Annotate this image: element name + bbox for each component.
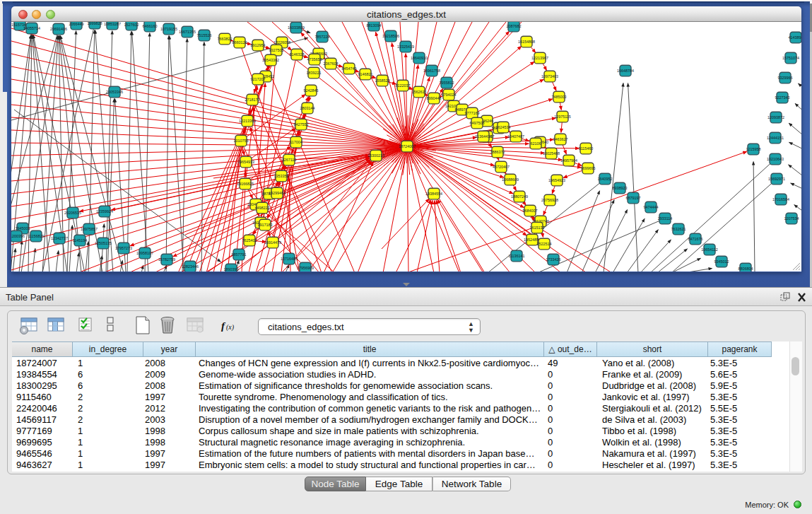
svg-text:18724007: 18724007 xyxy=(399,144,416,148)
svg-text:16961758: 16961758 xyxy=(423,69,440,73)
svg-text:8806804: 8806804 xyxy=(739,267,753,271)
svg-text:1733426: 1733426 xyxy=(546,257,561,262)
svg-text:15751074: 15751074 xyxy=(782,56,799,60)
svg-text:7485003: 7485003 xyxy=(552,95,567,99)
svg-text:1562615: 1562615 xyxy=(412,90,427,94)
svg-text:15300213: 15300213 xyxy=(367,153,384,158)
svg-text:7663822: 7663822 xyxy=(218,37,233,41)
svg-text:12342737: 12342737 xyxy=(51,236,68,240)
svg-text:62106: 62106 xyxy=(531,141,541,146)
svg-text:1145194: 1145194 xyxy=(73,238,88,243)
svg-text:16914479: 16914479 xyxy=(264,240,281,245)
svg-text:11156829: 11156829 xyxy=(28,234,44,238)
svg-text:10688609: 10688609 xyxy=(502,177,519,182)
svg-text:10973403: 10973403 xyxy=(541,74,558,78)
svg-text:7632621: 7632621 xyxy=(671,227,686,231)
svg-text:9463627: 9463627 xyxy=(553,137,568,141)
svg-text:10543362: 10543362 xyxy=(262,58,279,62)
svg-text:15692971: 15692971 xyxy=(768,177,785,181)
svg-text:10975857: 10975857 xyxy=(81,227,98,231)
svg-text:4498222: 4498222 xyxy=(255,206,270,210)
svg-text:2066449: 2066449 xyxy=(69,22,84,26)
svg-text:4143890: 4143890 xyxy=(789,35,802,40)
svg-text:3945001: 3945001 xyxy=(16,226,30,230)
svg-text:9146821: 9146821 xyxy=(358,72,373,76)
svg-text:9857791: 9857791 xyxy=(232,252,247,257)
svg-text:8660124: 8660124 xyxy=(233,40,247,45)
svg-text:1890399: 1890399 xyxy=(224,267,239,271)
svg-text:16648784: 16648784 xyxy=(617,69,634,73)
svg-text:9327505: 9327505 xyxy=(269,48,284,52)
svg-text:2367608: 2367608 xyxy=(324,62,339,66)
svg-text:8336273: 8336273 xyxy=(801,32,802,36)
svg-text:6466160: 6466160 xyxy=(143,24,158,28)
svg-text:3267110: 3267110 xyxy=(282,158,297,162)
svg-text:9474444: 9474444 xyxy=(644,205,659,209)
svg-text:18807249: 18807249 xyxy=(511,194,528,199)
svg-text:10210643: 10210643 xyxy=(767,157,784,161)
svg-text:9217207: 9217207 xyxy=(251,77,266,81)
svg-text:16033809: 16033809 xyxy=(288,25,305,30)
svg-text:8427552: 8427552 xyxy=(294,122,309,127)
svg-text:21364436: 21364436 xyxy=(475,134,492,139)
svg-text:7955812: 7955812 xyxy=(440,81,454,85)
svg-text:2803144: 2803144 xyxy=(300,106,315,110)
svg-text:13226058: 13226058 xyxy=(273,40,290,45)
svg-text:9345012: 9345012 xyxy=(714,259,729,264)
svg-text:10719155: 10719155 xyxy=(160,27,177,31)
svg-text:14957904: 14957904 xyxy=(560,158,577,163)
svg-text:8938923: 8938923 xyxy=(613,186,628,190)
svg-text:13325419: 13325419 xyxy=(397,45,414,49)
svg-text:16154808: 16154808 xyxy=(518,40,535,44)
svg-text:10853287: 10853287 xyxy=(104,22,121,26)
svg-text:10958107: 10958107 xyxy=(136,251,153,255)
svg-text:12444151: 12444151 xyxy=(767,136,784,140)
svg-text:1527602: 1527602 xyxy=(124,23,139,27)
svg-text:1353359: 1353359 xyxy=(274,174,289,178)
svg-text:10407487: 10407487 xyxy=(507,134,524,139)
svg-text:9329966: 9329966 xyxy=(778,76,793,80)
svg-text:2522514: 2522514 xyxy=(537,242,552,246)
svg-text:6794024: 6794024 xyxy=(442,93,457,97)
svg-text:117004: 117004 xyxy=(290,140,302,144)
svg-text:14055714: 14055714 xyxy=(23,26,40,30)
svg-text:8813094: 8813094 xyxy=(367,23,382,28)
svg-text:12505135: 12505135 xyxy=(95,241,112,245)
svg-text:45720407: 45720407 xyxy=(493,165,510,169)
svg-text:1999828: 1999828 xyxy=(88,22,102,25)
svg-text:12359924: 12359924 xyxy=(96,209,113,214)
svg-text:18640910: 18640910 xyxy=(411,56,428,60)
svg-text:19654923: 19654923 xyxy=(548,178,565,182)
svg-text:10025488: 10025488 xyxy=(543,151,560,156)
svg-text:1640952: 1640952 xyxy=(598,177,613,181)
svg-text:8471676: 8471676 xyxy=(688,237,703,241)
svg-text:8122037: 8122037 xyxy=(396,83,411,88)
svg-text:1615132: 1615132 xyxy=(530,226,545,230)
svg-text:1624534: 1624534 xyxy=(496,125,511,129)
svg-text:21200396: 21200396 xyxy=(11,234,25,238)
svg-text:3917183: 3917183 xyxy=(258,223,273,227)
svg-text:12823446: 12823446 xyxy=(182,264,199,269)
svg-text:7515526: 7515526 xyxy=(197,33,212,37)
svg-text:2933114: 2933114 xyxy=(658,216,673,221)
svg-text:20053346: 20053346 xyxy=(106,90,123,94)
svg-text:8146328: 8146328 xyxy=(290,52,305,57)
svg-text:4735650: 4735650 xyxy=(307,57,322,62)
svg-text:1215958: 1215958 xyxy=(746,147,761,151)
svg-text:1558520: 1558520 xyxy=(375,78,390,83)
svg-text:9115460: 9115460 xyxy=(579,146,594,151)
svg-text:7886372: 7886372 xyxy=(490,150,505,154)
svg-text:17956909: 17956909 xyxy=(297,266,314,270)
svg-text:12213369: 12213369 xyxy=(239,119,256,123)
svg-text:8990448: 8990448 xyxy=(427,96,442,100)
svg-text:8454749: 8454749 xyxy=(342,66,357,71)
svg-text:19166825: 19166825 xyxy=(237,182,254,186)
svg-text:19384554: 19384554 xyxy=(425,192,442,196)
svg-text:20756928: 20756928 xyxy=(541,198,558,202)
svg-text:9684007: 9684007 xyxy=(523,209,538,213)
svg-text:16671355: 16671355 xyxy=(179,30,196,34)
svg-text:1207534: 1207534 xyxy=(784,216,799,221)
svg-text:8912954: 8912954 xyxy=(251,43,266,47)
svg-text:9242845: 9242845 xyxy=(304,88,319,93)
svg-text:7625402: 7625402 xyxy=(242,238,257,243)
